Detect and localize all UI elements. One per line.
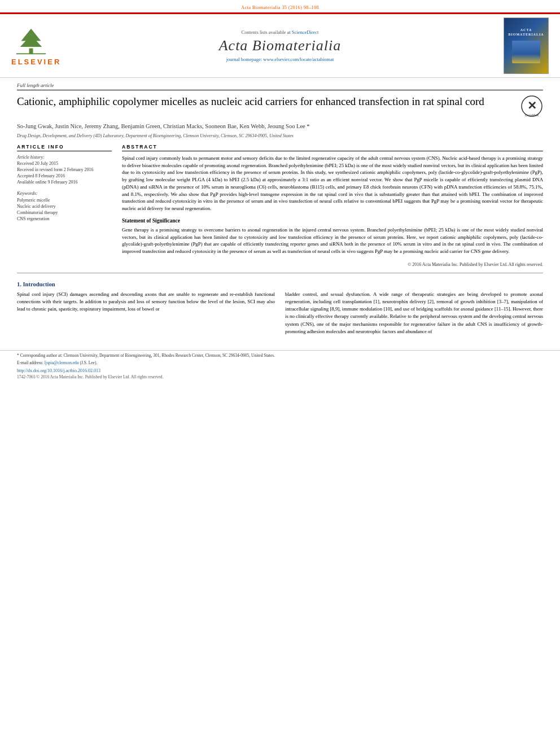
article-type: Full length article bbox=[17, 82, 543, 90]
history-label: Article history: bbox=[17, 155, 112, 160]
cover-thumbnail: ACTA BIOMATERIALIA bbox=[504, 18, 549, 74]
keyword-3: Combinatorial therapy bbox=[17, 210, 112, 215]
svg-text:CrossMark: CrossMark bbox=[525, 113, 539, 117]
article-title: Cationic, amphiphilic copolymer micelles… bbox=[17, 95, 509, 109]
body-col-left: Spinal cord injury (SCI) damages ascendi… bbox=[17, 291, 275, 335]
keyword-2: Nucleic acid delivery bbox=[17, 204, 112, 209]
doi-link[interactable]: http://dx.doi.org/10.1016/j.actbio.2016.… bbox=[17, 368, 543, 373]
intro-heading: 1. Introduction bbox=[17, 281, 543, 287]
abstract-label: ABSTRACT bbox=[122, 144, 543, 151]
crossmark-icon: ✕ CrossMark bbox=[520, 95, 543, 117]
revised-date: Received in revised form 2 February 2016 bbox=[17, 167, 112, 172]
intro-col2-text: bladder control, and sexual dysfunction.… bbox=[285, 291, 543, 335]
online-date: Available online 9 February 2016 bbox=[17, 180, 112, 185]
elsevier-wordmark: ELSEVIER bbox=[11, 58, 61, 66]
article-info-col: ARTICLE INFO Article history: Received 2… bbox=[17, 144, 112, 267]
elsevier-branding: ELSEVIER bbox=[11, 25, 79, 66]
sciencedirect-link[interactable]: ScienceDirect bbox=[292, 29, 319, 35]
body-two-col: Spinal cord injury (SCI) damages ascendi… bbox=[17, 291, 543, 335]
authors: So-Jung Gwak, Justin Nice, Jeremy Zhang,… bbox=[17, 122, 543, 131]
intro-col1-text: Spinal cord injury (SCI) damages ascendi… bbox=[17, 291, 275, 313]
keywords-section: Keywords: Polymeric micelle Nucleic acid… bbox=[17, 190, 112, 221]
footer-copyright: 1742-7061/© 2016 Acta Materialia Inc. Pu… bbox=[17, 374, 543, 379]
copyright-line: © 2016 Acta Materialia Inc. Published by… bbox=[122, 260, 543, 267]
abstract-text: Spinal cord injury commonly leads to per… bbox=[122, 155, 543, 212]
body-col-right: bladder control, and sexual dysfunction.… bbox=[285, 291, 543, 335]
keyword-4: CNS regeneration bbox=[17, 216, 112, 221]
article-content: Full length article Cationic, amphiphili… bbox=[0, 78, 560, 267]
significance-title: Statement of Significance bbox=[122, 218, 543, 224]
corresponding-author-note: * Corresponding author at: Clemson Unive… bbox=[17, 353, 543, 359]
keywords-label: Keywords: bbox=[17, 190, 112, 196]
svg-rect-3 bbox=[16, 53, 46, 54]
elsevier-logo: ELSEVIER bbox=[11, 25, 61, 66]
journal-homepage: journal homepage: www.elsevier.com/locat… bbox=[79, 56, 481, 62]
keyword-1: Polymeric micelle bbox=[17, 198, 112, 203]
page: Acta Biomaterialia 35 (2016) 98–108 ELSE… bbox=[0, 0, 560, 747]
body-section: 1. Introduction Spinal cord injury (SCI)… bbox=[0, 279, 560, 347]
elsevier-tree-icon bbox=[11, 25, 51, 56]
accepted-date: Accepted 8 February 2016 bbox=[17, 173, 112, 178]
article-info-abstract: ARTICLE INFO Article history: Received 2… bbox=[17, 144, 543, 267]
article-info-label: ARTICLE INFO bbox=[17, 144, 112, 151]
significance-section: Statement of Significance Gene therapy i… bbox=[122, 218, 543, 255]
svg-text:✕: ✕ bbox=[527, 99, 537, 112]
article-history: Article history: Received 20 July 2015 R… bbox=[17, 155, 112, 185]
section-divider bbox=[17, 273, 543, 273]
sciencedirect-line: Contents lists available at ScienceDirec… bbox=[79, 29, 481, 35]
received-date: Received 20 July 2015 bbox=[17, 161, 112, 166]
article-title-row: Cationic, amphiphilic copolymer micelles… bbox=[17, 95, 543, 117]
abstract-col: ABSTRACT Spinal cord injury commonly lea… bbox=[122, 144, 543, 267]
journal-cover-image: ACTA BIOMATERIALIA bbox=[481, 18, 549, 74]
journal-title-block: Contents lists available at ScienceDirec… bbox=[79, 29, 481, 62]
email-note: E-mail address: ljspia@clemson.edu (J.S.… bbox=[17, 360, 543, 366]
significance-text: Gene therapy is a promising strategy to … bbox=[122, 226, 543, 255]
journal-header: ELSEVIER Contents lists available at Sci… bbox=[0, 14, 560, 78]
footer: * Corresponding author at: Clemson Unive… bbox=[0, 350, 560, 379]
journal-reference: Acta Biomaterialia 35 (2016) 98–108 bbox=[0, 0, 560, 12]
journal-name: Acta Biomaterialia bbox=[79, 37, 481, 54]
affiliation: Drug Design, Development, and Delivery (… bbox=[17, 133, 543, 138]
